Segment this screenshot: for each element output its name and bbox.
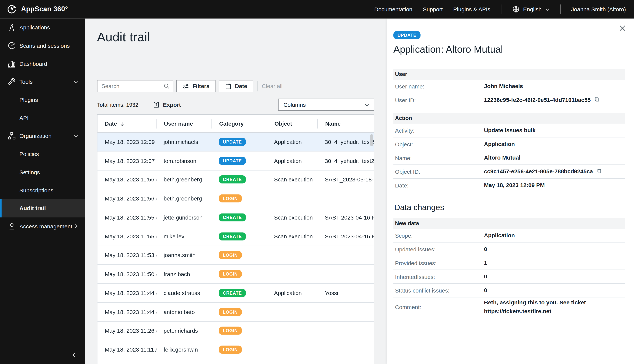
sidebar-item-audit-trail[interactable]: Audit trail <box>0 199 85 217</box>
export-button[interactable]: Export <box>153 101 181 108</box>
sidebar-item-label: Subscriptions <box>20 187 54 193</box>
section-header-user: User <box>393 69 625 80</box>
sidebar-item-policies[interactable]: Policies <box>0 145 85 163</box>
table-row[interactable]: May 18, 2023 12:09 PMjohn.michaelsUPDATE… <box>97 132 374 152</box>
detail-row: Status conflict issues:0 <box>393 284 625 298</box>
language-selector[interactable]: English <box>512 5 550 14</box>
table-row[interactable]: May 18, 2023 12:07 PMtom.robinsonUPDATEA… <box>97 152 374 170</box>
table-row[interactable]: May 18, 2023 11:55 AMmike.leviCREATEScan… <box>97 227 374 246</box>
date-filter-button[interactable]: Date <box>219 80 253 92</box>
detail-row: Provided issues:1 <box>393 256 625 270</box>
user-cell: john.michaels <box>156 138 212 145</box>
user-cell: felix.gershwin <box>156 346 212 353</box>
sidebar-item-api[interactable]: API <box>0 109 85 127</box>
date-cell: May 18, 2023 11:55 AM <box>97 233 156 240</box>
detail-row: Scope:Application <box>393 229 625 242</box>
panel-category-badge: UPDATE <box>393 31 420 39</box>
table-header-row: DateUser nameCategoryObjectName <box>97 115 374 132</box>
status-badge: LOGIN <box>219 327 242 335</box>
topbar-divider <box>560 4 561 14</box>
user-cell: tom.robinson <box>156 158 212 164</box>
detail-panel: UPDATE Application: Altoro Mutual UserUs… <box>387 19 634 364</box>
topbar: AppScan 360° Documentation Support Plugi… <box>0 0 634 19</box>
detail-value: 0 <box>484 286 487 294</box>
object-cell: Scan execution <box>267 176 318 183</box>
page-title: Audit trail <box>97 30 150 44</box>
close-icon[interactable] <box>618 24 627 32</box>
table-scrollbar[interactable] <box>370 134 373 146</box>
status-badge: UPDATE <box>219 157 246 165</box>
status-badge: LOGIN <box>219 251 242 259</box>
column-header-name[interactable]: Name <box>318 119 374 128</box>
language-label: English <box>523 6 541 12</box>
nav-documentation[interactable]: Documentation <box>374 6 412 12</box>
category-badge-cell: LOGIN <box>212 251 267 259</box>
sidebar-collapse-button[interactable] <box>69 350 79 360</box>
chevron-down-icon <box>73 133 79 138</box>
sidebar-item-label: Audit trail <box>20 205 46 212</box>
user-cell: peter.richards <box>156 328 212 334</box>
topnav: Documentation Support Plugins & APIs Eng… <box>374 4 626 14</box>
detail-row: Comment:Beth, assigning this to you. See… <box>393 298 625 317</box>
applications-icon <box>7 23 16 32</box>
main-content: Audit trail Filters <box>85 19 387 364</box>
category-badge-cell: LOGIN <box>212 194 267 202</box>
sidebar-item-label: Settings <box>20 169 40 175</box>
table-row[interactable]: May 18, 2023 11:44 AMclaude.straussCREAT… <box>97 284 374 302</box>
sidebar-item-organization[interactable]: Organization <box>0 127 85 145</box>
sidebar-item-dashboard[interactable]: Dashboard <box>0 55 85 73</box>
table-row[interactable]: May 18, 2023 11:56 AMbeth.greenbergLOGIN <box>97 189 374 208</box>
user-cell: antonio.beto <box>156 308 212 315</box>
clear-all-button[interactable]: Clear all <box>262 83 282 89</box>
column-header-category[interactable]: Category <box>212 119 267 128</box>
copy-icon[interactable] <box>596 168 602 174</box>
sidebar-item-label: Policies <box>20 151 39 157</box>
table-row[interactable]: May 18, 2023 11:26 AMpeter.richardsLOGIN <box>97 322 374 340</box>
detail-row: Object ID:cc9c1457-e256-4e21-805e-788bcd… <box>393 165 625 178</box>
brand-name: AppScan 360° <box>21 5 68 14</box>
sidebar-item-scans-and-sessions[interactable]: Scans and sessions <box>0 36 85 55</box>
column-header-object[interactable]: Object <box>267 119 318 128</box>
sidebar-item-label: Plugins <box>20 96 38 103</box>
user-cell: beth.greenberg <box>156 195 212 202</box>
user-cell: jette.gunderson <box>156 214 212 220</box>
detail-value: Update issues bulk <box>484 126 535 135</box>
detail-row: User ID:12236c95-fe2c-46f2-9e51-4dd7101b… <box>393 93 625 107</box>
sidebar-item-settings[interactable]: Settings <box>0 163 85 181</box>
sidebar-item-access-management[interactable]: Access management <box>0 217 85 235</box>
detail-value: May 18, 2023 12:09 PM <box>484 181 545 190</box>
search-box <box>97 80 173 92</box>
scans-icon <box>7 41 16 50</box>
detail-label: Date: <box>393 182 484 188</box>
toolbar: Filters Date Clear all <box>97 80 282 92</box>
user-cell: franz.bach <box>156 271 212 277</box>
table-row[interactable]: May 18, 2023 11:55 AMjette.gundersonCREA… <box>97 208 374 227</box>
detail-label: User name: <box>393 83 484 90</box>
table-row[interactable]: May 18, 2023 11:53 AMjoanna.smithLOGIN <box>97 246 374 265</box>
column-header-user-name[interactable]: User name <box>156 119 212 128</box>
table-row[interactable]: May 18, 2023 11:50 AMfranz.bachLOGIN <box>97 265 374 284</box>
table-row[interactable]: May 18, 2023 10:55 AMsergei.rachCREATEAp… <box>97 359 374 364</box>
sidebar-item-tools[interactable]: Tools <box>0 73 85 91</box>
sidebar-item-label: Dashboard <box>20 60 47 67</box>
user-menu[interactable]: Joanna Smith (Altoro) <box>571 6 626 12</box>
copy-icon[interactable] <box>594 96 600 102</box>
table-row[interactable]: May 18, 2023 11:56 AMbeth.greenbergCREAT… <box>97 170 374 189</box>
section-header-action: Action <box>393 113 625 124</box>
detail-label: Name: <box>393 155 484 161</box>
sidebar-item-subscriptions[interactable]: Subscriptions <box>0 181 85 199</box>
sidebar-item-applications[interactable]: Applications <box>0 19 85 37</box>
detail-label: InheritedIssues: <box>393 274 484 280</box>
filters-button[interactable]: Filters <box>176 80 216 92</box>
search-input[interactable] <box>97 80 173 92</box>
table-row[interactable]: May 18, 2023 11:44 AMantonio.betoLOGIN <box>97 302 374 322</box>
toolbar-divider <box>257 81 258 92</box>
nav-support[interactable]: Support <box>423 6 443 12</box>
column-header-date[interactable]: Date <box>97 119 156 128</box>
detail-label: Status conflict issues: <box>393 287 484 294</box>
nav-plugins-apis[interactable]: Plugins & APIs <box>453 6 490 12</box>
sidebar-item-plugins[interactable]: Plugins <box>0 91 85 109</box>
date-cell: May 18, 2023 11:56 AM <box>97 195 156 202</box>
columns-dropdown[interactable]: Columns <box>278 99 374 111</box>
table-row[interactable]: May 18, 2023 11:11 AMfelix.gershwinLOGIN <box>97 340 374 359</box>
